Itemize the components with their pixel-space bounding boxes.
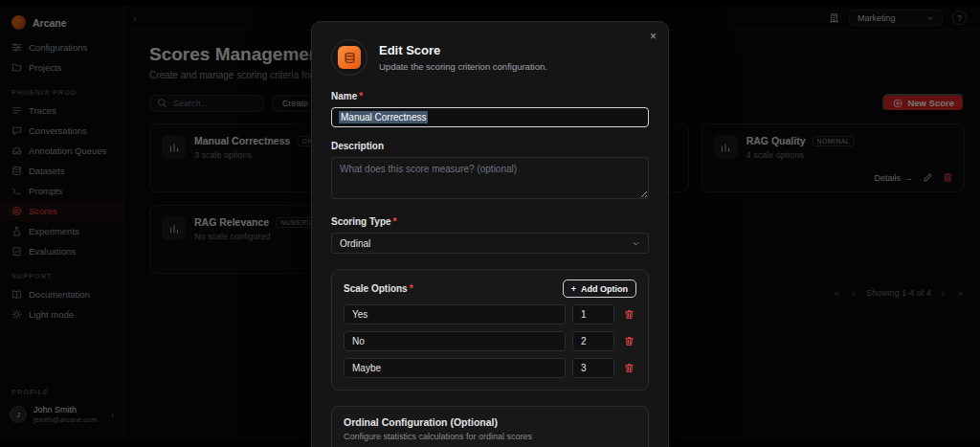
close-icon[interactable]: × <box>650 31 657 42</box>
scale-option-row <box>344 304 636 324</box>
name-input-value: Manual Correctness <box>339 111 428 123</box>
ordinal-config-title: Ordinal Configuration (Optional) <box>344 416 636 428</box>
chevron-down-icon <box>632 239 640 248</box>
trash-icon[interactable] <box>621 309 636 320</box>
option-label-input[interactable] <box>344 304 566 324</box>
ordinal-config-panel: Ordinal Configuration (Optional) Configu… <box>331 406 649 447</box>
modal-icon-ring <box>331 39 368 76</box>
option-value-input[interactable] <box>572 331 614 351</box>
modal-title-block: Edit Score Update the scoring criterion … <box>379 43 547 72</box>
modal-title: Edit Score <box>379 43 547 57</box>
required-asterisk: * <box>359 91 363 101</box>
scoring-type-label: Scoring Type* <box>331 216 649 227</box>
scale-options-panel: Scale Options* + Add Option <box>331 269 649 391</box>
scale-option-row <box>344 331 636 351</box>
description-textarea[interactable] <box>331 157 649 199</box>
option-value-input[interactable] <box>572 304 614 324</box>
name-input[interactable]: Manual Correctness <box>331 107 649 127</box>
score-database-icon <box>338 46 361 69</box>
trash-icon[interactable] <box>621 363 636 373</box>
scoring-type-select[interactable]: Ordinal <box>331 233 649 254</box>
plus-icon: + <box>571 284 576 294</box>
add-option-button[interactable]: + Add Option <box>563 279 636 298</box>
description-label: Description <box>331 141 649 151</box>
trash-icon[interactable] <box>621 336 636 346</box>
ordinal-config-subtitle: Configure statistics calculations for or… <box>344 432 636 441</box>
option-label-input[interactable] <box>344 358 566 378</box>
modal-header: Edit Score Update the scoring criterion … <box>331 39 649 76</box>
required-asterisk: * <box>410 283 413 294</box>
scale-options-header: Scale Options* + Add Option <box>344 279 636 298</box>
modal-subtitle: Update the scoring criterion configurati… <box>379 61 547 72</box>
scale-option-row <box>344 358 636 378</box>
add-option-label: Add Option <box>581 284 628 294</box>
name-label: Name* <box>331 91 649 101</box>
scale-options-label: Scale Options* <box>344 283 413 294</box>
scoring-type-value: Ordinal <box>340 238 370 249</box>
edit-score-modal: × Edit Score Update the scoring criterio… <box>311 21 669 447</box>
option-label-input[interactable] <box>344 331 566 351</box>
required-asterisk: * <box>393 216 397 227</box>
option-value-input[interactable] <box>572 358 614 378</box>
